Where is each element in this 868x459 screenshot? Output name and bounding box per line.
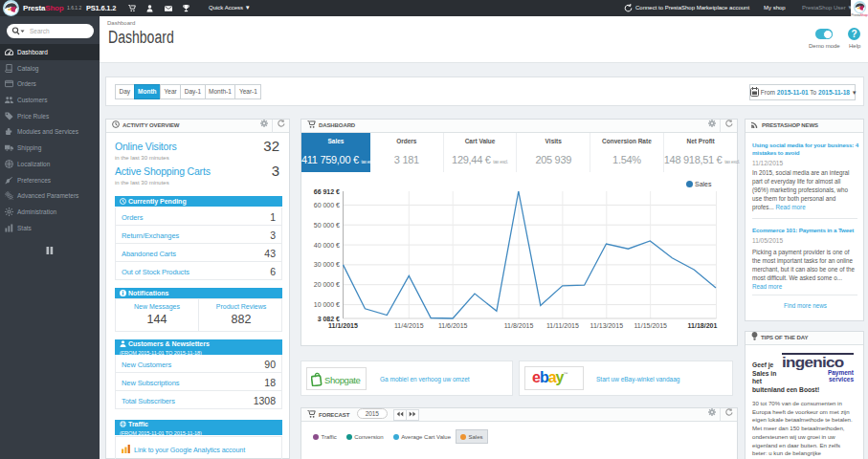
svg-text:11/6/2015: 11/6/2015 [438, 322, 468, 329]
svg-text:11/15/2015: 11/15/2015 [634, 322, 667, 329]
svg-text:30 000 €: 30 000 € [314, 261, 340, 268]
svg-text:60 000 €: 60 000 € [314, 202, 340, 208]
svg-text:11/11/2015: 11/11/2015 [546, 322, 579, 329]
svg-text:3 082 €: 3 082 € [318, 316, 340, 322]
svg-text:11/18/201: 11/18/201 [688, 322, 718, 329]
svg-text:50 000 €: 50 000 € [314, 222, 340, 229]
svg-text:11/8/2015: 11/8/2015 [504, 322, 534, 329]
svg-text:66 912 €: 66 912 € [314, 188, 340, 195]
svg-text:11/4/2015: 11/4/2015 [394, 322, 424, 329]
svg-text:20 000 €: 20 000 € [314, 281, 340, 288]
svg-text:Sales: Sales [695, 181, 712, 187]
svg-text:11/13/2015: 11/13/2015 [590, 322, 624, 329]
svg-text:10 000 €: 10 000 € [314, 301, 340, 308]
svg-text:40 000 €: 40 000 € [314, 242, 340, 249]
svg-text:11/1/2015: 11/1/2015 [328, 322, 358, 329]
